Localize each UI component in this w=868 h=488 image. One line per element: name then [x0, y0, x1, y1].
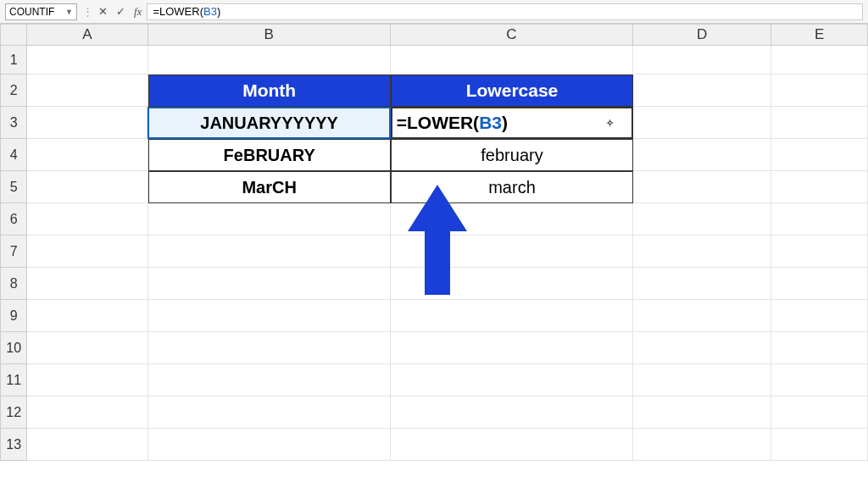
cell-d2[interactable] — [633, 75, 771, 107]
row-9: 9 — [0, 300, 868, 332]
cell-b7[interactable] — [148, 236, 391, 268]
row-5: 5 MarCH march — [0, 171, 868, 203]
formula-cell-ref: B3 — [479, 113, 502, 133]
column-header-d[interactable]: D — [633, 24, 771, 46]
cell-d4[interactable] — [633, 139, 771, 171]
cell-b12[interactable] — [148, 396, 391, 429]
cell-d3[interactable] — [633, 107, 771, 139]
cell-e6[interactable] — [771, 203, 868, 236]
row-header-13[interactable]: 13 — [0, 429, 27, 461]
cell-b8[interactable] — [148, 268, 391, 300]
cell-a5[interactable] — [27, 171, 147, 203]
cell-a2[interactable] — [27, 75, 147, 107]
row-2: 2 Month Lowercase — [0, 75, 868, 107]
cell-e4[interactable] — [771, 139, 868, 171]
row-header-4[interactable]: 4 — [0, 139, 27, 171]
cell-e9[interactable] — [771, 300, 868, 332]
cell-b3[interactable]: JANUARYYYYYY — [147, 107, 390, 139]
cell-d12[interactable] — [633, 396, 771, 429]
cell-b9[interactable] — [148, 300, 391, 332]
row-3: 3 JANUARYYYYYY =LOWER(B3) ✧ — [0, 107, 868, 139]
cell-c6[interactable] — [391, 203, 633, 236]
cell-c4[interactable]: february — [391, 139, 633, 171]
cell-b10[interactable] — [148, 332, 391, 364]
cell-b13[interactable] — [148, 429, 391, 461]
row-header-7[interactable]: 7 — [0, 236, 27, 268]
table-header-lowercase[interactable]: Lowercase — [391, 75, 633, 107]
cell-b6[interactable] — [148, 203, 391, 236]
cell-d1[interactable] — [633, 46, 771, 75]
cell-d10[interactable] — [633, 332, 771, 364]
cell-c3-editing[interactable]: =LOWER(B3) ✧ — [391, 107, 634, 139]
name-box[interactable]: COUNTIF ▼ — [5, 3, 77, 20]
cell-a9[interactable] — [27, 300, 147, 332]
column-header-b[interactable]: B — [148, 24, 391, 46]
cell-d5[interactable] — [633, 171, 771, 203]
cell-c5[interactable]: march — [391, 171, 633, 203]
cell-d6[interactable] — [633, 203, 771, 236]
row-8: 8 — [0, 268, 868, 300]
row-header-9[interactable]: 9 — [0, 300, 27, 332]
cell-c7[interactable] — [391, 236, 633, 268]
cell-c13[interactable] — [391, 429, 633, 461]
insert-function-icon[interactable]: fx — [134, 5, 142, 19]
select-all-corner[interactable] — [0, 24, 27, 46]
cell-b1[interactable] — [148, 46, 391, 75]
cell-b5[interactable]: MarCH — [148, 171, 391, 203]
cell-e2[interactable] — [771, 75, 868, 107]
row-header-8[interactable]: 8 — [0, 268, 27, 300]
cell-c10[interactable] — [391, 332, 633, 364]
column-header-e[interactable]: E — [771, 24, 868, 46]
cell-e8[interactable] — [771, 268, 868, 300]
cell-a1[interactable] — [27, 46, 147, 75]
cell-e10[interactable] — [771, 332, 868, 364]
spreadsheet-grid: A B C D E 1 2 Month Lowercase 3 JANUARYY… — [0, 24, 868, 461]
cell-d11[interactable] — [633, 364, 771, 396]
cell-e13[interactable] — [771, 429, 868, 461]
cell-d7[interactable] — [633, 236, 771, 268]
cell-d8[interactable] — [633, 268, 771, 300]
cell-c1[interactable] — [391, 46, 633, 75]
column-header-a[interactable]: A — [27, 24, 147, 46]
chevron-down-icon[interactable]: ▼ — [65, 8, 73, 16]
cell-a7[interactable] — [27, 236, 147, 268]
cancel-icon[interactable]: ✕ — [98, 5, 108, 18]
cell-a3[interactable] — [27, 107, 147, 139]
formula-input[interactable]: =LOWER(B3) — [147, 3, 863, 20]
row-header-11[interactable]: 11 — [0, 364, 27, 396]
formula-text-ref: B3 — [203, 5, 217, 18]
cell-c11[interactable] — [391, 364, 633, 396]
cell-a4[interactable] — [27, 139, 147, 171]
cell-c9[interactable] — [391, 300, 633, 332]
cell-a6[interactable] — [27, 203, 147, 236]
row-header-6[interactable]: 6 — [0, 203, 27, 236]
cell-e1[interactable] — [771, 46, 868, 75]
cell-d13[interactable] — [633, 429, 771, 461]
cell-a13[interactable] — [27, 429, 147, 461]
cell-a10[interactable] — [27, 332, 147, 364]
cell-d9[interactable] — [633, 300, 771, 332]
row-header-10[interactable]: 10 — [0, 332, 27, 364]
column-header-c[interactable]: C — [391, 24, 633, 46]
row-header-1[interactable]: 1 — [0, 46, 27, 75]
formula-suffix: ) — [502, 113, 508, 133]
cell-b11[interactable] — [148, 364, 391, 396]
row-header-2[interactable]: 2 — [0, 75, 27, 107]
row-header-12[interactable]: 12 — [0, 396, 27, 429]
table-header-month[interactable]: Month — [148, 75, 391, 107]
cell-a8[interactable] — [27, 268, 147, 300]
cell-a12[interactable] — [27, 396, 147, 429]
cell-c12[interactable] — [391, 396, 633, 429]
cell-e5[interactable] — [771, 171, 868, 203]
cell-c8[interactable] — [391, 268, 633, 300]
enter-icon[interactable]: ✓ — [116, 5, 125, 18]
row-11: 11 — [0, 364, 868, 396]
row-header-3[interactable]: 3 — [0, 107, 27, 139]
cell-e3[interactable] — [771, 107, 868, 139]
cell-e7[interactable] — [771, 236, 868, 268]
row-header-5[interactable]: 5 — [0, 171, 27, 203]
cell-b4[interactable]: FeBRUARY — [148, 139, 391, 171]
cell-e11[interactable] — [771, 364, 868, 396]
cell-e12[interactable] — [771, 396, 868, 429]
cell-a11[interactable] — [27, 364, 147, 396]
